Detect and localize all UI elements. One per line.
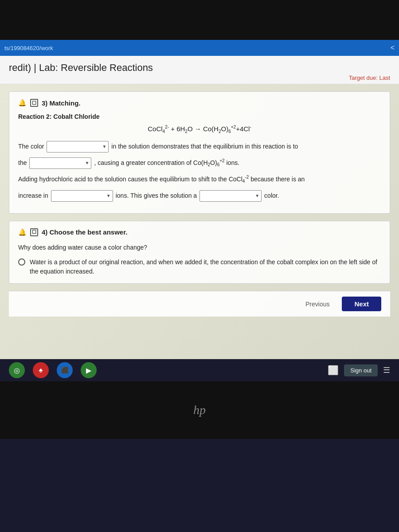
taskbar-icons: ◎ ♠ ⬛ ▶ (9, 362, 97, 378)
dropdown4-select[interactable] (200, 190, 262, 202)
taskbar: ◎ ♠ ⬛ ▶ ⬜ Sign out ☰ (0, 359, 399, 381)
red-symbol: ♠ (39, 366, 43, 374)
taskbar-red-icon[interactable]: ♠ (33, 362, 49, 378)
browser-arrow-icon[interactable]: < (391, 44, 395, 52)
next-button[interactable]: Next (342, 297, 381, 311)
dropdown1-wrapper[interactable] (47, 141, 109, 153)
screen-icon: ⬜ (328, 365, 339, 376)
question4-block: 🔔 ☐ 4) Choose the best answer. Why does … (9, 221, 390, 284)
question4-text: Why does adding water cause a color chan… (18, 243, 381, 252)
sentence2-start: the (18, 157, 27, 168)
bell-icon-4: 🔔 (18, 228, 27, 236)
page-title: redit) | Lab: Reversible Reactions (9, 62, 390, 74)
question3-block: 🔔 ☐ 3) Matching. Reaction 2: Cobalt Chlo… (9, 91, 390, 214)
previous-button[interactable]: Previous (298, 298, 336, 310)
taskbar-play-icon[interactable]: ▶ (81, 362, 97, 378)
nav-bar: Previous Next (9, 291, 390, 317)
sign-out-button[interactable]: Sign out (344, 364, 378, 376)
sentence2-end: , causing a greater concentration of Co(… (94, 157, 239, 169)
answer-option[interactable]: Water is a product of our original react… (18, 258, 381, 276)
sentence1-row: The color in the solution demonstrates t… (18, 141, 381, 153)
sentence3-start: Adding hydrochloric acid to the solution… (18, 173, 305, 185)
sentence3-row2: increase in ions. This gives the solutio… (18, 190, 381, 202)
answer-text: Water is a product of our original react… (30, 258, 381, 276)
question4-header: 🔔 ☐ 4) Choose the best answer. (18, 228, 381, 236)
target-due: Target due: Last (9, 74, 390, 81)
dropdown3-select[interactable] (51, 190, 113, 202)
dropdown4-wrapper[interactable] (200, 190, 262, 202)
bottom-bezel: hp (0, 381, 399, 439)
content-area: 🔔 ☐ 3) Matching. Reaction 2: Cobalt Chlo… (0, 84, 399, 359)
url-bar: ts/199084620/work (4, 45, 391, 51)
bell-icon: 🔔 (18, 99, 27, 107)
sentence3-row: Adding hydrochloric acid to the solution… (18, 173, 381, 185)
menu-icon[interactable]: ☰ (383, 365, 390, 375)
taskbar-blue-icon[interactable]: ⬛ (57, 362, 73, 378)
dropdown2-wrapper[interactable] (29, 157, 91, 169)
checkbox3-icon: ☐ (30, 99, 38, 107)
taskbar-chrome-icon[interactable]: ◎ (9, 362, 25, 378)
hp-logo: hp (193, 403, 206, 417)
taskbar-right: ⬜ Sign out ☰ (328, 364, 390, 376)
question3-label: 3) Matching. (42, 99, 81, 107)
checkbox4-icon: ☐ (30, 228, 38, 236)
sentence1-start: The color (18, 141, 44, 152)
radio-button[interactable] (18, 258, 25, 266)
equation-line: CoCl42- + 6H2O → Co(H2O)6+2+4Cl- (18, 125, 381, 134)
play-symbol: ▶ (86, 366, 91, 375)
browser-bar: ts/199084620/work < (0, 40, 399, 56)
sentence1-end: in the solution demonstrates that the eq… (111, 141, 298, 152)
sentence3-mid: increase in (18, 190, 48, 201)
chrome-symbol: ◎ (14, 366, 20, 375)
sentence3-mid2: ions. This gives the solution a (116, 190, 197, 201)
dropdown1-select[interactable] (47, 141, 109, 153)
sentence2-row: the , causing a greater concentration of… (18, 157, 381, 169)
sentence3-end: color. (264, 190, 279, 201)
question3-header: 🔔 ☐ 3) Matching. (18, 99, 381, 107)
page-title-bar: redit) | Lab: Reversible Reactions Targe… (0, 56, 399, 84)
blue-symbol: ⬛ (61, 367, 69, 374)
reaction-title: Reaction 2: Cobalt Chloride (18, 113, 381, 120)
question4-label: 4) Choose the best answer. (42, 228, 127, 236)
dropdown3-wrapper[interactable] (51, 190, 113, 202)
top-bezel (0, 0, 399, 40)
dropdown2-select[interactable] (29, 157, 91, 169)
